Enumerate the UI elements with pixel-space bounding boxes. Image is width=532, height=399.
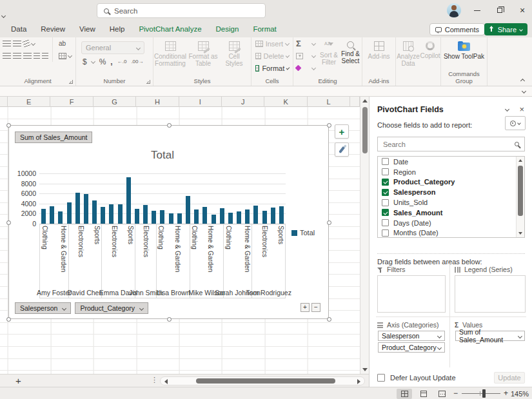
increase-decimal-icon[interactable]: ←.0 bbox=[117, 59, 127, 64]
chart-value-field-button[interactable]: Sum of Sales_Amount bbox=[15, 131, 92, 143]
bar[interactable] bbox=[194, 209, 199, 224]
horizontal-scrollbar[interactable] bbox=[160, 376, 365, 385]
chart-axis-field-button[interactable]: Product_Category bbox=[75, 302, 148, 314]
field-item[interactable]: Salesperson bbox=[378, 187, 524, 197]
format-as-table-button[interactable]: Format as Table bbox=[187, 37, 219, 75]
scrollbar-drag-handle[interactable]: ⋮ bbox=[151, 376, 158, 384]
field-checkbox[interactable] bbox=[382, 158, 389, 165]
bar[interactable] bbox=[101, 207, 105, 224]
column-header[interactable]: E bbox=[8, 97, 50, 107]
bar[interactable] bbox=[186, 196, 190, 224]
values-drop-area[interactable]: Sum of Sales_Amount bbox=[455, 330, 526, 366]
chart-selection-handle[interactable] bbox=[167, 123, 172, 128]
scroll-up-icon[interactable] bbox=[362, 99, 368, 102]
pane-collapse-icon[interactable] bbox=[505, 107, 509, 112]
ribbon-tab-design[interactable]: Design bbox=[209, 21, 246, 37]
field-checkbox[interactable] bbox=[382, 209, 389, 216]
page-layout-view-button[interactable] bbox=[416, 389, 431, 399]
chart-selection-handle[interactable] bbox=[6, 123, 11, 128]
bar[interactable] bbox=[109, 204, 113, 224]
column-header[interactable]: H bbox=[136, 97, 179, 107]
ribbon-options-caret-icon[interactable] bbox=[522, 89, 526, 93]
restore-button[interactable] bbox=[490, 5, 509, 15]
fill-caret-icon[interactable] bbox=[311, 54, 316, 58]
vertical-scrollbar[interactable] bbox=[360, 97, 369, 374]
search-box[interactable] bbox=[97, 3, 266, 18]
find-select-button[interactable]: Find & Select bbox=[340, 37, 361, 75]
field-list-scroll-down-icon[interactable] bbox=[518, 232, 522, 235]
chart-plot-area[interactable] bbox=[39, 173, 286, 224]
field-checkbox[interactable] bbox=[382, 179, 389, 186]
chart-selection-handle[interactable] bbox=[167, 317, 172, 322]
alignment-dialog-launcher[interactable] bbox=[69, 80, 73, 84]
ribbon-tab-view[interactable]: View bbox=[72, 21, 103, 37]
axis-drop-area[interactable]: SalespersonProduct_Category bbox=[377, 330, 446, 366]
chart-selection-handle[interactable] bbox=[327, 123, 331, 128]
align-right-icon[interactable] bbox=[23, 53, 32, 59]
addins-button[interactable]: Add-ins bbox=[362, 37, 395, 75]
bar[interactable] bbox=[177, 213, 182, 224]
tools-button[interactable] bbox=[505, 116, 526, 130]
column-header[interactable]: L bbox=[308, 97, 350, 107]
field-item[interactable]: Days (Date) bbox=[378, 218, 524, 228]
orientation-caret-icon[interactable] bbox=[31, 41, 35, 46]
zoom-slider-thumb[interactable] bbox=[482, 389, 486, 398]
page-break-view-button[interactable] bbox=[434, 389, 449, 399]
orientation-icon[interactable] bbox=[23, 40, 30, 48]
chart-legend[interactable]: Total bbox=[291, 229, 315, 237]
column-header-partial[interactable] bbox=[0, 97, 8, 107]
clear-icon[interactable] bbox=[295, 65, 302, 72]
conditional-formatting-button[interactable]: Conditional Formatting bbox=[153, 37, 187, 75]
axis-field-chip[interactable]: Product_Category bbox=[378, 342, 445, 353]
pivot-chart[interactable]: Sum of Sales_Amount Total 10000800060004… bbox=[8, 125, 329, 319]
field-checkbox[interactable] bbox=[382, 219, 389, 226]
chart-selection-handle[interactable] bbox=[327, 220, 331, 225]
zoom-slider-track[interactable] bbox=[462, 393, 500, 394]
column-header[interactable]: K bbox=[264, 97, 307, 107]
bar[interactable] bbox=[67, 202, 72, 224]
delete-button[interactable]: Delete bbox=[251, 50, 293, 62]
scroll-left-icon[interactable] bbox=[164, 379, 168, 384]
chart-axis-field-button[interactable]: Salesperson bbox=[15, 302, 71, 314]
bar[interactable] bbox=[262, 211, 267, 224]
merge-center-icon[interactable] bbox=[59, 53, 66, 59]
decrease-decimal-icon[interactable]: .00→ bbox=[131, 59, 143, 64]
fields-search-input[interactable] bbox=[383, 141, 515, 148]
chart-selection-handle[interactable] bbox=[327, 317, 331, 322]
bar[interactable] bbox=[50, 206, 54, 224]
align-center-icon[interactable] bbox=[13, 53, 21, 59]
field-item[interactable]: Months (Date) bbox=[378, 228, 524, 238]
quick-access-caret-icon[interactable] bbox=[2, 8, 5, 20]
ribbon-tab-review[interactable]: Review bbox=[34, 21, 72, 37]
number-format-combo[interactable]: General bbox=[81, 41, 144, 54]
bar[interactable] bbox=[58, 211, 63, 224]
bar[interactable] bbox=[41, 209, 46, 224]
align-top-icon[interactable] bbox=[3, 41, 11, 46]
copilot-button[interactable]: Copilot bbox=[420, 37, 440, 75]
bar[interactable] bbox=[279, 206, 284, 224]
bar[interactable] bbox=[212, 215, 216, 224]
user-avatar[interactable] bbox=[447, 3, 461, 17]
merge-caret-icon[interactable] bbox=[68, 54, 72, 58]
field-item[interactable]: Date bbox=[378, 157, 524, 167]
collapse-field-button[interactable]: − bbox=[311, 303, 320, 312]
autosum-caret-icon[interactable] bbox=[311, 41, 316, 46]
normal-view-button[interactable] bbox=[397, 389, 412, 399]
search-input[interactable] bbox=[114, 7, 243, 15]
zoom-in-button[interactable]: + bbox=[504, 389, 508, 398]
bar[interactable] bbox=[92, 200, 97, 224]
field-checkbox[interactable] bbox=[382, 199, 389, 206]
chart-elements-button[interactable]: + bbox=[335, 124, 349, 139]
align-left-icon[interactable] bbox=[3, 53, 11, 59]
bar[interactable] bbox=[271, 208, 275, 224]
chart-title[interactable]: Total bbox=[39, 149, 286, 162]
column-header[interactable]: J bbox=[222, 97, 264, 107]
bar[interactable] bbox=[160, 210, 164, 224]
bar[interactable] bbox=[253, 206, 258, 224]
horizontal-scroll-thumb[interactable] bbox=[196, 378, 335, 384]
axis-field-chip[interactable]: Salesperson bbox=[378, 331, 445, 341]
chart-styles-button[interactable] bbox=[335, 142, 349, 157]
insert-button[interactable]: Insert bbox=[251, 37, 293, 50]
ribbon-tab-data[interactable]: Data bbox=[4, 21, 34, 37]
field-list-scroll-thumb[interactable] bbox=[518, 166, 523, 216]
